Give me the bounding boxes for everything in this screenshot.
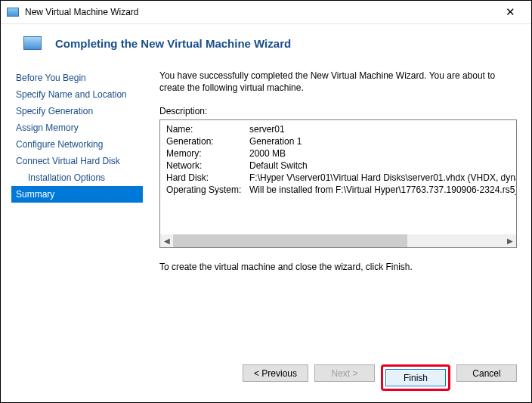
description-box: Name:server01 Generation:Generation 1 Me…: [159, 119, 517, 248]
finish-hint: To create the virtual machine and close …: [159, 262, 521, 272]
sidebar-item-before-you-begin[interactable]: Before You Begin: [11, 70, 143, 86]
sidebar-item-summary[interactable]: Summary: [11, 186, 143, 203]
intro-text: You have successfully completed the New …: [159, 70, 521, 94]
description-body: Name:server01 Generation:Generation 1 Me…: [160, 120, 516, 232]
summary-row-name: Name:server01: [160, 123, 516, 135]
horizontal-scrollbar[interactable]: ◀ ▶: [160, 234, 516, 247]
main-panel: You have successfully completed the New …: [143, 67, 521, 361]
summary-row-generation: Generation:Generation 1: [160, 135, 516, 147]
close-button[interactable]: ✕: [495, 2, 525, 23]
next-button: Next >: [314, 364, 375, 382]
cancel-button[interactable]: Cancel: [456, 364, 517, 382]
description-label: Description:: [159, 106, 521, 116]
summary-row-network: Network:Default Switch: [160, 160, 516, 172]
app-icon: [7, 8, 19, 17]
scroll-thumb[interactable]: [173, 234, 407, 247]
wizard-steps: Before You Begin Specify Name and Locati…: [11, 67, 143, 361]
finish-button[interactable]: Finish: [385, 369, 446, 386]
wizard-icon: [23, 36, 42, 50]
finish-highlight: Finish: [381, 364, 450, 391]
button-row: < Previous Next > Finish Cancel: [243, 364, 517, 391]
sidebar-item-specify-name[interactable]: Specify Name and Location: [11, 86, 143, 103]
titlebar: New Virtual Machine Wizard ✕: [1, 1, 531, 24]
previous-button[interactable]: < Previous: [243, 364, 308, 382]
sidebar-item-installation-options[interactable]: Installation Options: [11, 169, 143, 186]
page-title: Completing the New Virtual Machine Wizar…: [55, 37, 291, 50]
window-title: New Virtual Machine Wizard: [25, 7, 139, 17]
summary-row-os: Operating System:Will be installed from …: [160, 184, 516, 196]
sidebar-item-specify-generation[interactable]: Specify Generation: [11, 103, 143, 119]
content-area: Before You Begin Specify Name and Locati…: [1, 67, 531, 361]
wizard-header: Completing the New Virtual Machine Wizar…: [1, 24, 531, 67]
scroll-right-arrow-icon[interactable]: ▶: [503, 234, 516, 247]
scroll-track[interactable]: [173, 234, 503, 247]
sidebar-item-connect-vhd[interactable]: Connect Virtual Hard Disk: [11, 153, 143, 169]
sidebar-item-assign-memory[interactable]: Assign Memory: [11, 119, 143, 136]
scroll-left-arrow-icon[interactable]: ◀: [160, 234, 173, 247]
summary-row-harddisk: Hard Disk:F:\Hyper V\server01\Virtual Ha…: [160, 172, 516, 184]
sidebar-item-configure-networking[interactable]: Configure Networking: [11, 136, 143, 153]
summary-row-memory: Memory:2000 MB: [160, 147, 516, 160]
